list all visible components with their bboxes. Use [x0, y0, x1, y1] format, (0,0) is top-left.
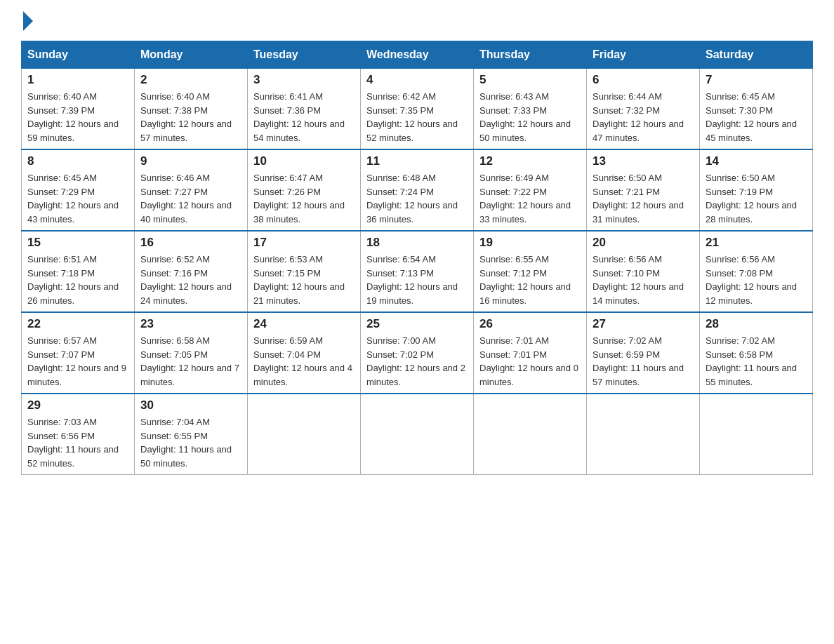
- header: [21, 14, 813, 28]
- day-info: Sunrise: 6:44 AMSunset: 7:32 PMDaylight:…: [593, 90, 694, 145]
- calendar-cell: [587, 394, 700, 475]
- day-info: Sunrise: 6:50 AMSunset: 7:19 PMDaylight:…: [706, 171, 807, 226]
- calendar-cell: 28Sunrise: 7:02 AMSunset: 6:58 PMDayligh…: [700, 312, 813, 394]
- day-info: Sunrise: 6:57 AMSunset: 7:07 PMDaylight:…: [27, 334, 128, 389]
- day-info: Sunrise: 7:01 AMSunset: 7:01 PMDaylight:…: [479, 334, 581, 389]
- calendar-cell: 4Sunrise: 6:42 AMSunset: 7:35 PMDaylight…: [361, 69, 474, 150]
- day-info: Sunrise: 6:42 AMSunset: 7:35 PMDaylight:…: [366, 90, 468, 145]
- calendar-table: SundayMondayTuesdayWednesdayThursdayFrid…: [21, 41, 813, 475]
- day-number: 7: [706, 73, 807, 87]
- day-number: 22: [27, 317, 128, 331]
- day-number: 29: [27, 398, 128, 412]
- day-number: 17: [253, 236, 355, 250]
- calendar-cell: 15Sunrise: 6:51 AMSunset: 7:18 PMDayligh…: [22, 231, 135, 312]
- day-number: 18: [366, 236, 468, 250]
- weekday-header-row: SundayMondayTuesdayWednesdayThursdayFrid…: [22, 41, 813, 69]
- calendar-cell: 24Sunrise: 6:59 AMSunset: 7:04 PMDayligh…: [248, 312, 361, 394]
- day-number: 19: [479, 236, 581, 250]
- day-info: Sunrise: 6:55 AMSunset: 7:12 PMDaylight:…: [479, 253, 581, 307]
- calendar-week-2: 8Sunrise: 6:45 AMSunset: 7:29 PMDaylight…: [22, 149, 813, 231]
- calendar-week-4: 22Sunrise: 6:57 AMSunset: 7:07 PMDayligh…: [22, 312, 813, 394]
- calendar-week-5: 29Sunrise: 7:03 AMSunset: 6:56 PMDayligh…: [22, 394, 813, 475]
- day-info: Sunrise: 7:03 AMSunset: 6:56 PMDaylight:…: [27, 415, 128, 470]
- calendar-cell: 8Sunrise: 6:45 AMSunset: 7:29 PMDaylight…: [22, 149, 135, 231]
- calendar-cell: 10Sunrise: 6:47 AMSunset: 7:26 PMDayligh…: [248, 149, 361, 231]
- calendar-cell: [474, 394, 587, 475]
- day-number: 28: [706, 317, 807, 331]
- day-info: Sunrise: 6:53 AMSunset: 7:15 PMDaylight:…: [253, 253, 355, 307]
- calendar-cell: 2Sunrise: 6:40 AMSunset: 7:38 PMDaylight…: [135, 69, 248, 150]
- day-number: 6: [593, 73, 694, 87]
- day-number: 23: [140, 317, 241, 331]
- weekday-header-thursday: Thursday: [474, 41, 587, 69]
- calendar-cell: 12Sunrise: 6:49 AMSunset: 7:22 PMDayligh…: [474, 149, 587, 231]
- day-info: Sunrise: 6:54 AMSunset: 7:13 PMDaylight:…: [366, 253, 468, 307]
- day-info: Sunrise: 7:02 AMSunset: 6:59 PMDaylight:…: [593, 334, 694, 389]
- calendar-cell: 22Sunrise: 6:57 AMSunset: 7:07 PMDayligh…: [22, 312, 135, 394]
- calendar-cell: 3Sunrise: 6:41 AMSunset: 7:36 PMDaylight…: [248, 69, 361, 150]
- day-info: Sunrise: 6:41 AMSunset: 7:36 PMDaylight:…: [253, 90, 355, 145]
- day-info: Sunrise: 6:50 AMSunset: 7:21 PMDaylight:…: [593, 171, 694, 226]
- day-info: Sunrise: 6:56 AMSunset: 7:10 PMDaylight:…: [593, 253, 694, 307]
- day-info: Sunrise: 6:51 AMSunset: 7:18 PMDaylight:…: [27, 253, 128, 307]
- day-info: Sunrise: 7:02 AMSunset: 6:58 PMDaylight:…: [706, 334, 807, 389]
- calendar-cell: 20Sunrise: 6:56 AMSunset: 7:10 PMDayligh…: [587, 231, 700, 312]
- calendar-cell: 30Sunrise: 7:04 AMSunset: 6:55 PMDayligh…: [135, 394, 248, 475]
- day-number: 1: [27, 73, 128, 87]
- calendar-cell: 16Sunrise: 6:52 AMSunset: 7:16 PMDayligh…: [135, 231, 248, 312]
- calendar-week-3: 15Sunrise: 6:51 AMSunset: 7:18 PMDayligh…: [22, 231, 813, 312]
- calendar-cell: 11Sunrise: 6:48 AMSunset: 7:24 PMDayligh…: [361, 149, 474, 231]
- calendar-cell: 6Sunrise: 6:44 AMSunset: 7:32 PMDaylight…: [587, 69, 700, 150]
- day-info: Sunrise: 6:49 AMSunset: 7:22 PMDaylight:…: [479, 171, 581, 226]
- logo: [21, 14, 33, 28]
- calendar-cell: 13Sunrise: 6:50 AMSunset: 7:21 PMDayligh…: [587, 149, 700, 231]
- day-number: 10: [253, 154, 355, 168]
- day-info: Sunrise: 7:04 AMSunset: 6:55 PMDaylight:…: [140, 415, 241, 470]
- day-number: 27: [593, 317, 694, 331]
- day-info: Sunrise: 6:45 AMSunset: 7:30 PMDaylight:…: [706, 90, 807, 145]
- calendar-cell: [248, 394, 361, 475]
- day-number: 30: [140, 398, 241, 412]
- calendar-cell: [700, 394, 813, 475]
- calendar-cell: 26Sunrise: 7:01 AMSunset: 7:01 PMDayligh…: [474, 312, 587, 394]
- day-number: 3: [253, 73, 355, 87]
- calendar-cell: 29Sunrise: 7:03 AMSunset: 6:56 PMDayligh…: [22, 394, 135, 475]
- calendar-cell: 1Sunrise: 6:40 AMSunset: 7:39 PMDaylight…: [22, 69, 135, 150]
- day-info: Sunrise: 6:59 AMSunset: 7:04 PMDaylight:…: [253, 334, 355, 389]
- day-info: Sunrise: 6:46 AMSunset: 7:27 PMDaylight:…: [140, 171, 241, 226]
- day-info: Sunrise: 6:52 AMSunset: 7:16 PMDaylight:…: [140, 253, 241, 307]
- day-number: 26: [479, 317, 581, 331]
- day-number: 11: [366, 154, 468, 168]
- weekday-header-saturday: Saturday: [700, 41, 813, 69]
- calendar-cell: 17Sunrise: 6:53 AMSunset: 7:15 PMDayligh…: [248, 231, 361, 312]
- day-number: 2: [140, 73, 241, 87]
- calendar-cell: [361, 394, 474, 475]
- day-number: 8: [27, 154, 128, 168]
- day-number: 21: [706, 236, 807, 250]
- calendar-cell: 25Sunrise: 7:00 AMSunset: 7:02 PMDayligh…: [361, 312, 474, 394]
- day-info: Sunrise: 6:56 AMSunset: 7:08 PMDaylight:…: [706, 253, 807, 307]
- day-info: Sunrise: 6:43 AMSunset: 7:33 PMDaylight:…: [479, 90, 581, 145]
- calendar-cell: 18Sunrise: 6:54 AMSunset: 7:13 PMDayligh…: [361, 231, 474, 312]
- day-number: 16: [140, 236, 241, 250]
- day-number: 4: [366, 73, 468, 87]
- calendar-week-1: 1Sunrise: 6:40 AMSunset: 7:39 PMDaylight…: [22, 69, 813, 150]
- weekday-header-monday: Monday: [135, 41, 248, 69]
- calendar-cell: 5Sunrise: 6:43 AMSunset: 7:33 PMDaylight…: [474, 69, 587, 150]
- weekday-header-sunday: Sunday: [22, 41, 135, 69]
- logo-arrow-icon: [23, 11, 33, 31]
- day-number: 15: [27, 236, 128, 250]
- day-info: Sunrise: 6:45 AMSunset: 7:29 PMDaylight:…: [27, 171, 128, 226]
- calendar-cell: 21Sunrise: 6:56 AMSunset: 7:08 PMDayligh…: [700, 231, 813, 312]
- day-info: Sunrise: 7:00 AMSunset: 7:02 PMDaylight:…: [366, 334, 468, 389]
- day-info: Sunrise: 6:40 AMSunset: 7:38 PMDaylight:…: [140, 90, 241, 145]
- day-info: Sunrise: 6:40 AMSunset: 7:39 PMDaylight:…: [27, 90, 128, 145]
- day-number: 14: [706, 154, 807, 168]
- calendar-cell: 7Sunrise: 6:45 AMSunset: 7:30 PMDaylight…: [700, 69, 813, 150]
- calendar-cell: 9Sunrise: 6:46 AMSunset: 7:27 PMDaylight…: [135, 149, 248, 231]
- calendar-cell: 27Sunrise: 7:02 AMSunset: 6:59 PMDayligh…: [587, 312, 700, 394]
- weekday-header-wednesday: Wednesday: [361, 41, 474, 69]
- day-number: 9: [140, 154, 241, 168]
- calendar-cell: 19Sunrise: 6:55 AMSunset: 7:12 PMDayligh…: [474, 231, 587, 312]
- day-info: Sunrise: 6:48 AMSunset: 7:24 PMDaylight:…: [366, 171, 468, 226]
